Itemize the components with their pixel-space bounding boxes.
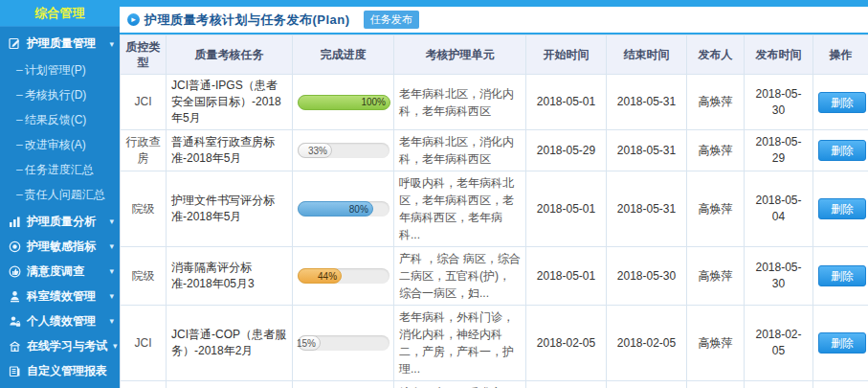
table-row: 院级消毒隔离评分标准-2018年2月9%综合一病区，手术室，烧伤修形美容科，老年… [121,381,868,388]
dash-icon: – [16,63,23,77]
action-cell: 删除 [813,75,868,130]
publisher-cell: 高焕萍 [687,306,745,381]
start-date-cell: 2018-05-01 [526,171,607,247]
task-cell: 普通科室行政查房标准-2018年5月 [167,130,293,171]
study-icon [8,339,21,353]
publish-date-cell: 2018-05-29 [745,130,813,171]
sidebar-subitem[interactable]: –计划管理(P) [0,57,120,82]
sidebar-item-edit-doc[interactable]: 自定义编辑报表▾ [0,383,120,388]
sidebar-item-person-lock[interactable]: 个人绩效管理▾ [0,308,120,333]
delete-button[interactable]: 删除 [818,265,866,286]
sidebar-item-label: 护理质量分析 [27,214,96,230]
person-icon [8,289,21,303]
progress-cell: 33% [293,130,394,171]
chevron-down-icon: ▾ [109,266,114,276]
dash-icon: – [16,163,23,176]
table-row: JCIJCI普通-IPGS（患者安全国际目标）-2018年5月100%老年病科北… [121,75,868,130]
progress-label: 100% [361,94,386,110]
sidebar-item-thumbs-up[interactable]: 满意度调查▾ [0,259,120,284]
sidebar-subitem[interactable]: –考核执行(D) [0,82,120,107]
end-date-cell: 2018-05-31 [607,171,687,247]
chevron-down-icon: ▾ [113,341,118,351]
publish-date-cell: 2018-05-30 [745,247,813,306]
delete-button[interactable]: 删除 [818,198,866,219]
progress-bar-track: 100% [298,95,389,110]
sidebar-subitem[interactable]: –结果反馈(C) [0,107,120,132]
column-header: 考核护理单元 [394,35,526,75]
action-cell: 删除 [813,130,868,171]
publish-date-cell: 2018-05-04 [745,171,813,247]
chevron-down-icon: ▾ [109,291,114,301]
progress-bar-fill: 15% [298,335,321,351]
sidebar-item-report[interactable]: 自定义管理报表 [0,358,120,383]
delete-button[interactable]: 删除 [818,332,866,354]
person-lock-icon [8,314,21,328]
delete-button[interactable]: 删除 [818,92,866,113]
plan-table: 质控类型质量考核任务完成进度考核护理单元开始时间结束时间发布人发布时间操作 JC… [120,34,868,388]
column-header: 质控类型 [121,35,167,75]
start-date-cell: 2018-02-05 [526,381,607,388]
chevron-down-icon: ▾ [109,217,114,226]
task-cell: 消毒隔离评分标准-2018年2月 [167,381,293,388]
sidebar-subitem-label: 责任人问题汇总 [25,188,105,201]
qc-type-cell: 院级 [121,381,167,388]
sidebar-item-label: 自定义管理报表 [27,363,107,379]
arrow-circle-icon: ▸ [127,13,140,26]
table-header-row: 质控类型质量考核任务完成进度考核护理单元开始时间结束时间发布人发布时间操作 [121,35,868,75]
sidebar-item-bar-chart[interactable]: 护理质量分析▾ [0,209,120,234]
progress-cell: 9% [293,381,394,388]
units-cell: 老年病科，外科门诊，消化内科，神经内科二，产房，产科一，护理... [394,306,526,381]
task-cell: 消毒隔离评分标准-2018年05月3 [167,247,293,306]
column-header: 质量考核任务 [167,35,293,75]
end-date-cell: 2018-02-05 [607,306,687,381]
progress-cell: 100% [293,75,394,130]
action-cell: 删除 [813,247,868,306]
progress-bar-fill: 100% [298,95,390,110]
column-header: 结束时间 [607,35,687,75]
sidebar-item-target[interactable]: 护理敏感指标▾ [0,234,120,259]
sidebar-section-nursing-quality[interactable]: 护理质量管理 ▾ [0,27,120,57]
delete-button[interactable]: 删除 [818,140,866,161]
qc-type-cell: 院级 [121,171,167,247]
sidebar-item-person[interactable]: 科室绩效管理▾ [0,284,120,308]
sidebar: 综合管理 护理质量管理 ▾ –计划管理(P)–考核执行(D)–结果反馈(C)–改… [0,0,120,388]
sidebar-submenu: –计划管理(P)–考核执行(D)–结果反馈(C)–改进审核(A)–任务进度汇总–… [0,57,120,209]
task-publish-badge[interactable]: 任务发布 [364,11,419,29]
end-date-cell: 2018-05-31 [607,130,687,171]
sidebar-section-label: 护理质量管理 [27,35,96,52]
main-content: ▸ 护理质量考核计划与任务发布(Plan) 任务发布 质控类型质量考核任务完成进… [120,7,868,388]
publisher-cell: 高焕萍 [687,75,745,130]
progress-bar-track: 33% [298,143,389,158]
task-cell: JCI普通-IPGS（患者安全国际目标）-2018年5月 [167,75,293,130]
chevron-down-icon: ▾ [109,39,114,49]
sidebar-item-label: 在线学习与考试 [27,338,107,354]
sidebar-subitem[interactable]: –改进审核(A) [0,132,120,157]
table-row: 院级护理文件书写评分标准-2018年5月80%呼吸内科，老年病科北区，老年病科西… [121,171,868,247]
progress-bar-track: 80% [298,201,389,217]
units-cell: 综合一病区，手术室，烧伤修形美容科，老年病科，心血管内科，五... [394,381,526,388]
column-header: 发布人 [687,35,745,75]
column-header: 完成进度 [293,35,394,75]
end-date-cell: 2018-02-05 [607,381,687,388]
units-cell: 老年病科北区，消化内科，老年病科西区 [394,75,526,130]
publish-date-cell: 2018-05-30 [745,75,813,130]
sidebar-subitem[interactable]: –任务进度汇总 [0,157,120,182]
column-header: 发布时间 [745,35,813,75]
progress-label: 44% [318,268,337,285]
units-cell: 呼吸内科，老年病科北区，老年病科西区，老年病科西区，老年病科... [394,171,526,247]
action-cell: 删除 [813,306,868,381]
sidebar-subitem-label: 计划管理(P) [25,63,86,77]
sidebar-menus: 护理质量分析▾护理敏感指标▾满意度调查▾科室绩效管理▾个人绩效管理▾在线学习与考… [0,209,120,388]
publisher-cell: 高焕萍 [687,247,745,306]
progress-label: 33% [308,143,327,159]
sidebar-subitem[interactable]: –责任人问题汇总 [0,182,120,207]
qc-type-cell: 行政查房 [121,130,167,171]
start-date-cell: 2018-05-01 [526,75,607,130]
top-strip [0,0,868,7]
sidebar-item-study[interactable]: 在线学习与考试▾ [0,333,120,358]
column-header: 开始时间 [526,35,607,75]
dash-icon: – [16,88,23,102]
page-title: 护理质量考核计划与任务发布(Plan) [145,11,350,29]
sidebar-item-label: 护理敏感指标 [27,239,96,255]
end-date-cell: 2018-05-30 [607,247,687,306]
